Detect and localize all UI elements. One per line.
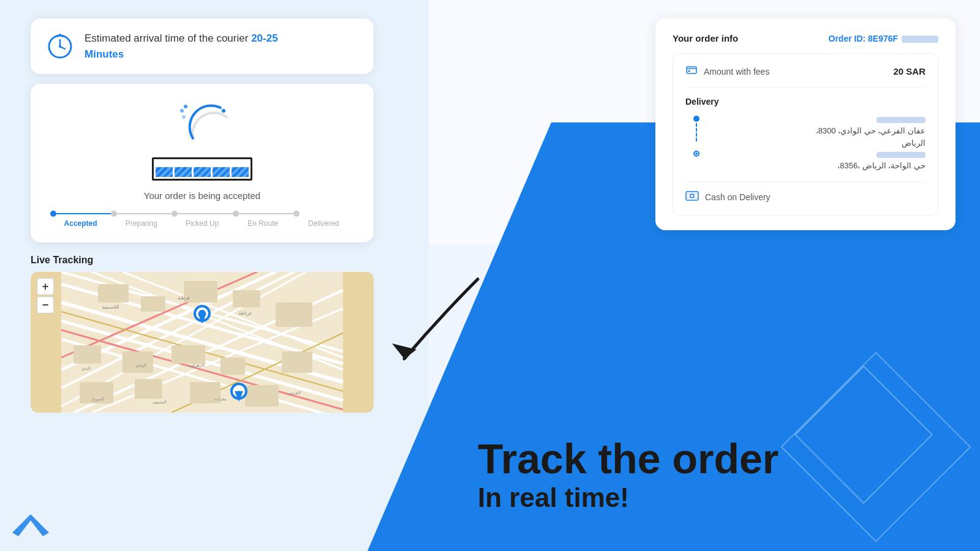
status-message: Your order is being accepted xyxy=(144,190,260,201)
step-accepted: Accepted xyxy=(50,211,111,228)
svg-text:البدي: البدي xyxy=(81,366,91,371)
track-text-container: Track the order In real time! xyxy=(478,436,778,514)
svg-text:القدس: القدس xyxy=(288,391,301,395)
loader-svg xyxy=(175,102,230,144)
route-dashed-line xyxy=(696,123,697,141)
svg-rect-25 xyxy=(98,284,129,302)
order-header: Your order info Order ID: 8E976F xyxy=(673,33,938,43)
step-dot-accepted xyxy=(50,211,56,217)
order-id-blur xyxy=(902,36,938,43)
order-id-text: Order ID: 8E976F xyxy=(829,34,899,43)
progress-bar-icon xyxy=(152,157,252,181)
svg-point-60 xyxy=(690,194,694,198)
eta-card: Estimated arrival time of the courier 20… xyxy=(31,18,374,74)
step-line-2 xyxy=(117,213,172,214)
svg-rect-58 xyxy=(688,70,690,72)
logo-bottom xyxy=(12,514,49,539)
step-label-accepted: Accepted xyxy=(64,219,97,228)
zoom-in-button[interactable]: + xyxy=(37,278,54,295)
svg-rect-59 xyxy=(686,192,698,200)
payment-label: Cash on Delivery xyxy=(705,192,771,202)
order-id: Order ID: 8E976F xyxy=(829,34,939,43)
left-panel: Estimated arrival time of the courier 20… xyxy=(0,0,404,551)
route-from-text-container: عفان الفرعي، حي الوادي، 8300، الرياض xyxy=(709,114,925,149)
route-to-dot-container xyxy=(692,149,701,157)
svg-point-7 xyxy=(222,109,225,113)
tracking-section: Live Tracking xyxy=(31,255,374,413)
route-from-dot xyxy=(693,116,699,122)
amount-label: Amount with fees xyxy=(704,67,769,77)
step-picked-up: Picked Up xyxy=(172,211,232,228)
order-title: Your order info xyxy=(673,33,738,43)
svg-rect-34 xyxy=(282,351,312,373)
route-from-city: الرياض xyxy=(709,137,925,149)
bar-4 xyxy=(213,167,230,177)
svg-rect-28 xyxy=(233,290,260,307)
arrow-container xyxy=(368,267,490,380)
svg-rect-33 xyxy=(221,358,245,375)
step-dot-delivered xyxy=(293,211,300,217)
step-line-1 xyxy=(56,213,111,214)
zoom-out-button[interactable]: − xyxy=(37,296,54,313)
map-svg: التاسمينة قرطبة غرناطة البدي الوادي الزه… xyxy=(31,272,374,413)
eta-text: Estimated arrival time of the courier 20… xyxy=(85,31,278,62)
delivery-route: عفان الفرعي، حي الوادي، 8300، الرياض حي … xyxy=(685,114,925,172)
route-from: عفان الفرعي، حي الوادي، 8300، الرياض xyxy=(692,114,925,149)
right-panel: Your order info Order ID: 8E976F xyxy=(404,0,980,551)
svg-text:الوادي: الوادي xyxy=(135,363,146,368)
svg-point-5 xyxy=(180,109,184,113)
eta-prefix: Estimated arrival time of the courier xyxy=(85,32,248,44)
bar-3 xyxy=(194,167,211,177)
step-dot-preparing xyxy=(111,211,117,217)
order-card: Your order info Order ID: 8E976F xyxy=(655,18,956,230)
payment-row: Cash on Delivery xyxy=(685,182,925,205)
svg-text:التاسمينة: التاسمينة xyxy=(102,304,119,310)
step-line-3 xyxy=(178,213,232,214)
status-card: Your order is being accepted Accepted xyxy=(31,84,374,242)
main-content: Estimated arrival time of the courier 20… xyxy=(0,0,980,551)
route-to: حي الواحة، الرياض ،8356، xyxy=(692,149,925,172)
bar-5 xyxy=(232,167,249,177)
route-to-text-container: حي الواحة، الرياض ،8356، xyxy=(709,149,925,172)
svg-rect-57 xyxy=(687,67,696,73)
route-blur-1 xyxy=(876,117,925,123)
route-blur-2 xyxy=(876,152,925,158)
loader-container xyxy=(172,99,233,148)
map-container: التاسمينة قرطبة غرناطة البدي الوادي الزه… xyxy=(31,272,374,413)
svg-text:قرطبة: قرطبة xyxy=(178,295,190,301)
svg-rect-29 xyxy=(276,302,312,327)
step-label-pickedup: Picked Up xyxy=(186,219,219,228)
svg-rect-36 xyxy=(135,379,162,399)
amount-icon xyxy=(685,64,698,79)
eta-time: 20-25 xyxy=(251,32,277,44)
step-line-4 xyxy=(239,213,293,214)
clock-icon xyxy=(45,32,75,61)
amount-row: Amount with fees 20 SAR xyxy=(685,64,925,88)
route-from-dot-container xyxy=(692,114,701,143)
step-preparing: Preparing xyxy=(111,211,172,228)
svg-marker-61 xyxy=(12,514,49,536)
amount-value: 20 SAR xyxy=(893,66,925,77)
delivery-label: Delivery xyxy=(685,97,925,107)
step-label-delivered: Delivered xyxy=(308,219,339,228)
svg-text:المصيف: المصيف xyxy=(153,400,167,404)
progress-steps: Accepted Preparing Picked Up xyxy=(45,211,359,228)
route-to-dot xyxy=(693,151,699,157)
arrow-svg xyxy=(368,267,490,377)
bar-2 xyxy=(175,167,192,177)
order-inner: Amount with fees 20 SAR Delivery xyxy=(673,53,938,216)
route-to-address: حي الواحة، الرياض ،8356، xyxy=(709,160,925,172)
svg-text:الزهراوية: الزهراوية xyxy=(188,363,205,368)
svg-text:غرناطة: غرناطة xyxy=(238,310,252,316)
eta-unit: Minutes xyxy=(85,48,124,60)
payment-icon xyxy=(685,190,699,205)
svg-rect-31 xyxy=(123,351,153,373)
svg-rect-38 xyxy=(245,385,279,407)
svg-text:مغرات: مغرات xyxy=(214,397,227,402)
bar-1 xyxy=(156,167,173,177)
track-title: Track the order xyxy=(478,436,778,482)
svg-text:المروج: المروج xyxy=(92,397,104,402)
svg-rect-26 xyxy=(141,296,165,312)
step-en-route: En Route xyxy=(233,211,293,228)
route-from-address: عفان الفرعي، حي الوادي، 8300، xyxy=(709,125,925,137)
